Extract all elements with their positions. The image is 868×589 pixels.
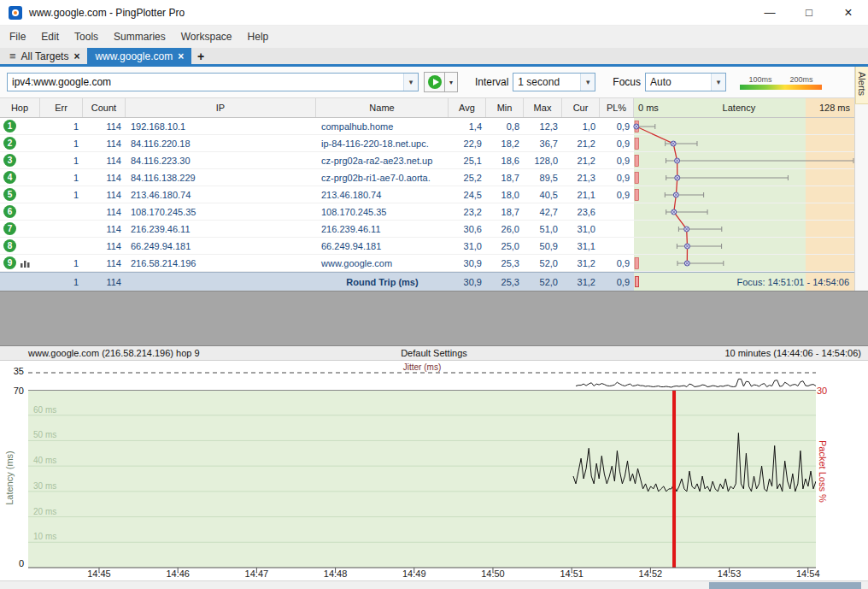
menu-tools[interactable]: Tools: [67, 31, 106, 43]
latency-cell: [634, 169, 854, 186]
x-tick-label: 14:48: [324, 568, 348, 579]
max-cell: 42,7: [524, 203, 562, 220]
menu-edit[interactable]: Edit: [33, 31, 67, 43]
table-row[interactable]: 11114192.168.10.1compalhub.home1,40,812,…: [0, 118, 854, 135]
latency-cell: [634, 152, 854, 168]
splitter-area[interactable]: [0, 291, 868, 345]
header-ip[interactable]: IP: [126, 98, 316, 117]
table-row[interactable]: 51114213.46.180.74213.46.180.7424,518,04…: [0, 186, 854, 203]
close-tab-icon[interactable]: ×: [73, 50, 79, 62]
min-cell: 18,6: [486, 152, 524, 168]
app-icon: [9, 6, 22, 20]
cur-cell: 31,2: [562, 255, 600, 271]
count-cell: 114: [83, 203, 126, 220]
horizontal-scrollbar[interactable]: [0, 580, 868, 589]
header-name[interactable]: Name: [316, 98, 449, 117]
count-cell: 114: [83, 152, 126, 168]
maximize-button[interactable]: □: [789, 0, 829, 25]
upper-pane: ipv4:www.google.com ▾ ▾ Interval 1 secon…: [0, 67, 868, 345]
loss-bar: [635, 276, 639, 287]
max-cell: 51,0: [524, 221, 562, 237]
focus-select[interactable]: Auto ▾: [645, 73, 726, 91]
name-cell: 108.170.245.35: [316, 203, 449, 220]
summary-avg-cell: 30,9: [449, 273, 486, 291]
avg-cell: 1,4: [449, 118, 486, 134]
table-header-row: Hop Err Count IP Name Avg Min Max Cur PL…: [0, 97, 854, 118]
close-button[interactable]: ×: [829, 0, 868, 25]
scrollbar-thumb[interactable]: [709, 582, 861, 589]
tab-all-targets[interactable]: ≡ All Targets ×: [2, 48, 87, 64]
table-row[interactable]: 7114216.239.46.11216.239.46.1130,626,051…: [0, 221, 854, 238]
err-cell: 1: [40, 255, 83, 271]
close-tab-icon[interactable]: ×: [178, 50, 184, 62]
ip-cell: 108.170.245.35: [126, 203, 316, 220]
min-cell: 26,0: [486, 221, 524, 237]
ip-cell: 192.168.10.1: [126, 118, 316, 134]
table-row[interactable]: 4111484.116.138.229cz-prg02b-ri1-ae7-0.a…: [0, 169, 854, 186]
cur-cell: 31,1: [562, 238, 600, 254]
table-row[interactable]: 2111484.116.220.18ip-84-116-220-18.net.u…: [0, 135, 854, 152]
header-count[interactable]: Count: [83, 98, 126, 117]
table-row[interactable]: 3111484.116.223.30cz-prg02a-ra2-ae23.net…: [0, 152, 854, 169]
svg-text:30 ms: 30 ms: [33, 481, 56, 491]
play-icon: [428, 75, 442, 89]
alerts-panel-strip: Alerts: [854, 67, 868, 291]
summary-count-cell: 114: [83, 273, 126, 291]
latency-axis-title: Latency (ms): [4, 392, 15, 563]
x-tick-label: 14:49: [402, 568, 426, 579]
x-tick-label: 14:50: [481, 568, 505, 579]
header-hop[interactable]: Hop: [0, 98, 40, 117]
latency-axis-min: 0 ms: [638, 103, 659, 113]
count-cell: 114: [83, 169, 126, 186]
header-pl[interactable]: PL%: [600, 98, 634, 117]
x-tick-label: 14:51: [560, 568, 584, 579]
hop-cell: 4: [0, 169, 40, 186]
header-max[interactable]: Max: [524, 98, 562, 117]
menu-summaries[interactable]: Summaries: [106, 31, 173, 43]
summary-hop-cell: [0, 273, 40, 291]
hop-number-badge: 8: [3, 239, 16, 252]
chevron-down-icon[interactable]: ▾: [403, 74, 418, 91]
x-tick-label: 14:45: [87, 568, 111, 579]
header-min[interactable]: Min: [486, 98, 524, 117]
err-cell: 1: [40, 169, 83, 186]
start-trace-button[interactable]: [424, 72, 445, 92]
summary-row[interactable]: 1 114 Round Trip (ms) 30,9 25,3 52,0 31,…: [0, 272, 854, 291]
menu-workspace[interactable]: Workspace: [173, 31, 240, 43]
target-combo[interactable]: ipv4:www.google.com ▾: [7, 73, 419, 91]
header-err[interactable]: Err: [40, 98, 83, 117]
hop-number-badge: 9: [3, 256, 16, 269]
header-avg[interactable]: Avg: [449, 98, 486, 117]
graph-window-title[interactable]: 10 minutes (14:44:06 - 14:54:06): [724, 348, 861, 358]
hop-cell: 5: [0, 186, 40, 203]
svg-text:40 ms: 40 ms: [33, 456, 56, 465]
hop-cell: 6: [0, 203, 40, 220]
minimize-button[interactable]: —: [750, 0, 789, 25]
tab-active-label: www.google.com: [95, 50, 173, 62]
hop-cell: 2: [0, 135, 40, 151]
menu-help[interactable]: Help: [240, 31, 277, 43]
tab-bar: ≡ All Targets × www.google.com × +: [0, 48, 868, 67]
latency-cell: [634, 238, 854, 254]
err-cell: [40, 203, 83, 220]
trace-table: Hop Err Count IP Name Avg Min Max Cur PL…: [0, 97, 854, 291]
graph-settings-title[interactable]: Default Settings: [401, 348, 467, 358]
new-tab-button[interactable]: +: [191, 48, 210, 64]
x-tick-label: 14:52: [639, 568, 663, 579]
header-cur[interactable]: Cur: [562, 98, 600, 117]
count-cell: 114: [83, 135, 126, 151]
menu-file[interactable]: File: [2, 31, 33, 43]
summary-cur-cell: 31,2: [562, 273, 600, 291]
jitter-series-label: Jitter (ms): [400, 362, 444, 372]
target-combo-value: ipv4:www.google.com: [8, 76, 403, 88]
table-row[interactable]: 811466.249.94.18166.249.94.18131,025,050…: [0, 238, 854, 255]
interval-select[interactable]: 1 second ▾: [513, 73, 595, 91]
header-latency[interactable]: 0 ms Latency 128 ms: [634, 98, 854, 117]
alerts-tab[interactable]: Alerts: [855, 67, 868, 104]
table-row[interactable]: 6114108.170.245.35108.170.245.3523,218,7…: [0, 203, 854, 221]
table-row[interactable]: 91114216.58.214.196www.google.com30,925,…: [0, 255, 854, 272]
count-cell: 114: [83, 238, 126, 254]
start-options-dropdown[interactable]: ▾: [445, 72, 458, 92]
packet-loss-axis-max: 30: [817, 386, 827, 396]
tab-www-google-com[interactable]: www.google.com ×: [87, 48, 191, 64]
